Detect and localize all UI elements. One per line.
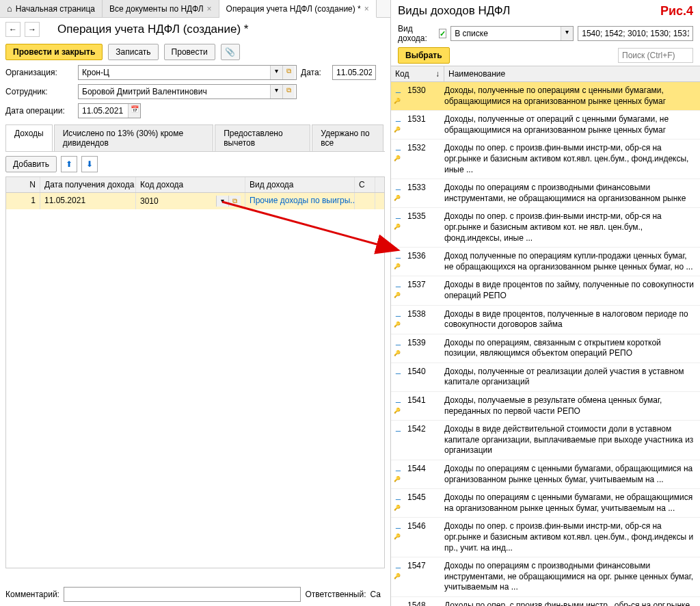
subtab[interactable]: Доходы [5, 124, 53, 151]
list-item[interactable]: 1541Доходы, получаемые в результате обме… [391, 392, 700, 421]
org-input[interactable] [79, 66, 270, 79]
col-date[interactable]: Дата получения дохода [40, 177, 136, 192]
list-item[interactable]: 1532Доходы по опер. с произв.фин-выми ин… [391, 140, 700, 179]
item-icon [395, 338, 405, 345]
emp-dropdown-icon[interactable]: ▾ [270, 85, 282, 98]
calendar-icon[interactable] [128, 104, 140, 118]
list-item[interactable]: 1530Доходы, полученные по операциям с це… [391, 82, 700, 111]
filter-mode-select[interactable] [451, 27, 561, 40]
col-type[interactable]: Вид дохода [245, 177, 355, 192]
tab-Начальная [interactable]: ⌂Начальная страница [0, 0, 103, 17]
move-down-button[interactable]: ⬇ [81, 156, 98, 172]
list-item[interactable]: 1539Доходы по операциям, связанным с отк… [391, 334, 700, 363]
emp-label: Сотрудник: [5, 87, 74, 96]
filter-checkbox[interactable]: ✓ [439, 29, 447, 38]
sort-down-icon: ↓ [435, 69, 440, 79]
post-close-button[interactable]: Провести и закрыть [5, 44, 103, 60]
emp-open-icon[interactable] [282, 85, 295, 98]
col-code[interactable]: Код дохода [136, 177, 245, 192]
income-types-panel: Виды доходов НДФЛ Рис.4 Вид дохода: ✓ ▾ … [390, 0, 700, 606]
item-icon [395, 424, 405, 431]
select-button[interactable]: Выбрать [398, 47, 450, 64]
item-icon [395, 114, 405, 121]
date-label: Дата: [301, 68, 328, 77]
org-open-icon[interactable] [282, 66, 295, 79]
item-icon [395, 464, 405, 471]
list-item[interactable]: 1535Доходы по опер. с произв.фин-выми ин… [391, 208, 700, 248]
title-bar: ← → Операция учета НДФЛ (создание) * [0, 18, 390, 41]
item-icon [395, 367, 405, 373]
grid-body: 111.05.20213010▾Прочие доходы по выигры.… [6, 193, 384, 568]
nav-forward-button[interactable]: → [25, 22, 40, 37]
item-icon [395, 395, 405, 402]
item-icon [395, 521, 405, 528]
item-icon [395, 143, 405, 150]
item-icon [395, 251, 405, 258]
code-open-icon[interactable] [228, 196, 241, 207]
org-dropdown-icon[interactable]: ▾ [270, 66, 282, 79]
comment-input[interactable] [64, 588, 301, 601]
panel-title: Виды доходов НДФЛ [391, 0, 700, 22]
footer: Комментарий: Ответственный: Са [0, 583, 386, 606]
item-icon [395, 85, 405, 92]
list-item[interactable]: 1544Доходы по операциям с ценными бумага… [391, 460, 700, 489]
item-icon [395, 492, 405, 499]
figure-label: Рис.4 [660, 4, 693, 18]
comment-label: Комментарий: [5, 590, 59, 599]
filter-mode-dropdown-icon[interactable]: ▾ [561, 27, 573, 40]
resp-value: Са [371, 590, 381, 599]
page-title: Операция учета НДФЛ (создание) * [57, 23, 248, 36]
list-item[interactable]: 1546Доходы по опер. с произв.фин-выми ин… [391, 518, 700, 557]
subtab[interactable]: Удержано по все [312, 124, 383, 151]
attachments-button[interactable] [221, 44, 240, 60]
list-item[interactable]: 1548Доходы по опер. с произв.фин-выми ин… [391, 597, 700, 606]
emp-input[interactable] [79, 85, 270, 98]
tab-Все докуме[interactable]: Все документы по НДФЛ× [103, 0, 219, 17]
home-icon: ⌂ [7, 3, 12, 14]
list-item[interactable]: 1537Доходы в виде процентов по займу, по… [391, 276, 700, 305]
col-n[interactable]: N [6, 177, 40, 192]
date-input[interactable] [333, 66, 375, 79]
post-button[interactable]: Провести [164, 44, 215, 60]
list-item[interactable]: 1540Доходы, полученные от реализации дол… [391, 363, 700, 392]
add-button[interactable]: Добавить [5, 156, 57, 172]
income-grid: N Дата получения дохода Код дохода Вид д… [5, 176, 385, 568]
header-code[interactable]: Код ↓ [391, 66, 444, 81]
tab-bar: ⌂Начальная страницаВсе документы по НДФЛ… [0, 0, 390, 18]
close-icon[interactable]: × [207, 4, 212, 14]
item-icon [395, 183, 405, 189]
income-types-list[interactable]: 1530Доходы, полученные по операциям с це… [391, 82, 700, 606]
opdate-label: Дата операции: [5, 106, 74, 116]
list-item[interactable]: 1545Доходы по операциям с ценными бумага… [391, 489, 700, 518]
toolbar: Провести и закрыть Записать Провести [0, 41, 390, 63]
item-icon [395, 601, 405, 606]
item-icon [395, 309, 405, 316]
list-item[interactable]: 1547Доходы по операциям с производными ф… [391, 557, 700, 597]
item-icon [395, 280, 405, 287]
item-icon [395, 211, 405, 218]
grid-header: N Дата получения дохода Код дохода Вид д… [6, 177, 384, 193]
move-up-button[interactable]: ⬆ [61, 156, 77, 172]
paperclip-icon [225, 47, 235, 57]
header-name[interactable]: Наименование [444, 66, 700, 81]
subtab[interactable]: Исчислено по 13% (30%) кроме дивидендов [54, 124, 213, 151]
codes-input[interactable] [578, 26, 693, 41]
search-input[interactable] [618, 48, 693, 63]
left-panel: ⌂Начальная страницаВсе документы по НДФЛ… [0, 0, 390, 568]
col-last[interactable]: С [355, 177, 375, 192]
nav-back-button[interactable]: ← [5, 22, 21, 37]
list-item[interactable]: 1536Доход полученные по операциям купли-… [391, 248, 700, 276]
close-icon[interactable]: × [364, 4, 369, 14]
list-item[interactable]: 1533Доходы по операциям с производными ф… [391, 179, 700, 208]
list-item[interactable]: 1531Доходы, полученные от операций с цен… [391, 111, 700, 140]
table-row[interactable]: 111.05.20213010▾Прочие доходы по выигры.… [6, 193, 384, 209]
list-item[interactable]: 1538Доходы в виде процентов, полученные … [391, 306, 700, 334]
org-label: Организация: [5, 68, 74, 77]
write-button[interactable]: Записать [108, 44, 158, 60]
tab-Операция у[interactable]: Операция учета НДФЛ (создание) *× [219, 0, 377, 18]
resp-label: Ответственный: [305, 590, 366, 599]
list-item[interactable]: 1542Доходы в виде действительной стоимос… [391, 421, 700, 460]
code-dropdown-icon[interactable]: ▾ [216, 196, 228, 207]
opdate-input[interactable] [79, 104, 128, 118]
subtab[interactable]: Предоставлено вычетов [215, 124, 310, 151]
